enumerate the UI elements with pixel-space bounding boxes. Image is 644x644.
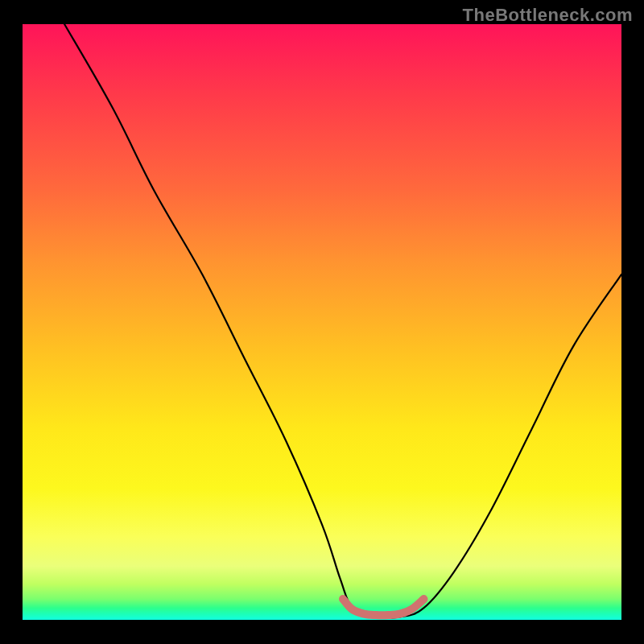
chart-curves <box>23 24 621 620</box>
curve-black <box>64 24 621 618</box>
watermark-text: TheBottleneck.com <box>463 5 633 26</box>
stage: TheBottleneck.com <box>0 0 644 644</box>
curve-red-bottom <box>343 599 423 615</box>
